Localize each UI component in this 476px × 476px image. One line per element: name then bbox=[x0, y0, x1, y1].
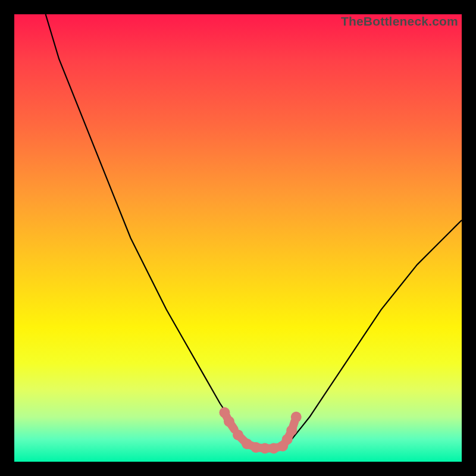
bottleneck-plot bbox=[14, 14, 462, 462]
watermark-text: TheBottleneck.com bbox=[341, 14, 458, 29]
curve-bottleneck-curve bbox=[46, 14, 462, 448]
chart-frame: TheBottleneck.com bbox=[14, 14, 462, 462]
highlight-segment bbox=[292, 417, 296, 431]
